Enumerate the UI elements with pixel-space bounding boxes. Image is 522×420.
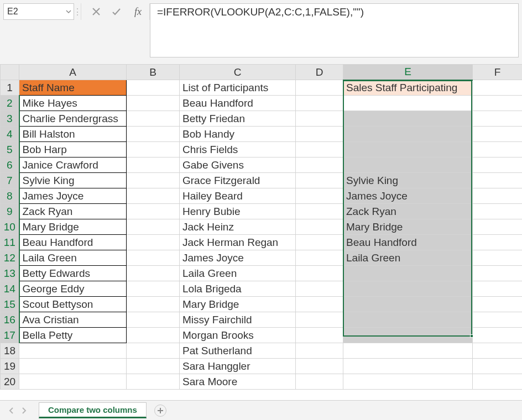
cell-A9[interactable]: Zack Ryan xyxy=(19,204,127,219)
cell[interactable] xyxy=(296,173,343,188)
row-header-5[interactable]: 5 xyxy=(1,142,19,158)
cell-E14[interactable] xyxy=(343,281,473,297)
cell-D2[interactable] xyxy=(296,96,343,111)
enter-icon[interactable] xyxy=(111,7,121,17)
row-header-1[interactable]: 1 xyxy=(1,80,19,96)
cell-C12[interactable]: James Joyce xyxy=(180,250,296,266)
cell[interactable] xyxy=(473,142,523,158)
fx-label[interactable]: fx xyxy=(131,3,150,20)
cell-A6[interactable]: Janice Crawford xyxy=(19,158,127,173)
cell[interactable] xyxy=(473,312,523,328)
cell[interactable] xyxy=(473,158,523,173)
row-header-4[interactable]: 4 xyxy=(1,127,19,142)
cell[interactable] xyxy=(127,173,180,188)
col-header-B[interactable]: B xyxy=(127,65,180,80)
cell-A2[interactable]: Mike Hayes xyxy=(19,96,127,111)
row-header-14[interactable]: 14 xyxy=(1,281,19,297)
cell-E7[interactable]: Sylvie King xyxy=(343,173,473,188)
cell-C13[interactable]: Laila Green xyxy=(180,266,296,281)
cell[interactable] xyxy=(127,235,180,250)
cell-E1[interactable]: Sales Staff Participating xyxy=(343,80,473,96)
row-header-13[interactable]: 13 xyxy=(1,266,19,281)
row-header-3[interactable]: 3 xyxy=(1,111,19,127)
cell[interactable] xyxy=(473,188,523,204)
name-box[interactable]: E2 xyxy=(3,3,74,20)
cell[interactable] xyxy=(473,359,523,374)
cell[interactable] xyxy=(296,204,343,219)
cell-C17[interactable]: Morgan Brooks xyxy=(180,328,296,343)
cell[interactable] xyxy=(296,328,343,343)
cell[interactable] xyxy=(296,127,343,142)
cell[interactable] xyxy=(127,328,180,343)
formula-input[interactable]: =IFERROR(VLOOKUP(A2,C:C,1,FALSE),"") xyxy=(150,3,519,57)
cell[interactable] xyxy=(127,266,180,281)
cell-E16[interactable] xyxy=(343,312,473,328)
cell-A3[interactable]: Charlie Pendergrass xyxy=(19,111,127,127)
cell-F1[interactable] xyxy=(473,80,523,96)
cell-B1[interactable] xyxy=(127,80,180,96)
cell[interactable] xyxy=(296,297,343,312)
cell[interactable] xyxy=(19,343,127,359)
cell-E15[interactable] xyxy=(343,297,473,312)
cell[interactable] xyxy=(19,359,127,374)
cell-A13[interactable]: Betty Edwards xyxy=(19,266,127,281)
col-header-D[interactable]: D xyxy=(296,65,343,80)
cell[interactable] xyxy=(473,173,523,188)
cell-E6[interactable] xyxy=(343,158,473,173)
cell-A10[interactable]: Mary Bridge xyxy=(19,219,127,235)
cell[interactable] xyxy=(127,343,180,359)
cell[interactable] xyxy=(127,204,180,219)
row-header-8[interactable]: 8 xyxy=(1,188,19,204)
cell-C15[interactable]: Mary Bridge xyxy=(180,297,296,312)
cell[interactable] xyxy=(473,328,523,343)
col-header-E[interactable]: E xyxy=(343,65,473,80)
cell-A5[interactable]: Bob Harp xyxy=(19,142,127,158)
cell[interactable] xyxy=(127,158,180,173)
cell-C10[interactable]: Jack Heinz xyxy=(180,219,296,235)
cell[interactable] xyxy=(296,359,343,374)
spreadsheet-grid[interactable]: A B C D E F 1 Staff Name List of Partici… xyxy=(0,64,522,400)
cell-A1[interactable]: Staff Name xyxy=(19,80,127,96)
row-header-10[interactable]: 10 xyxy=(1,219,19,235)
cell-A8[interactable]: James Joyce xyxy=(19,188,127,204)
cell-E5[interactable] xyxy=(343,142,473,158)
cell-C3[interactable]: Betty Friedan xyxy=(180,111,296,127)
name-box-dropdown-icon[interactable] xyxy=(66,9,71,14)
cell[interactable] xyxy=(296,250,343,266)
cell[interactable] xyxy=(473,374,523,390)
cell-A11[interactable]: Beau Handford xyxy=(19,235,127,250)
cancel-icon[interactable] xyxy=(91,7,101,17)
col-header-F[interactable]: F xyxy=(473,65,523,80)
cell[interactable] xyxy=(127,219,180,235)
cell[interactable] xyxy=(343,374,473,390)
cell-A4[interactable]: Bill Halston xyxy=(19,127,127,142)
cell-C6[interactable]: Gabe Givens xyxy=(180,158,296,173)
row-header-16[interactable]: 16 xyxy=(1,312,19,328)
cell-E13[interactable] xyxy=(343,266,473,281)
cell-C8[interactable]: Hailey Beard xyxy=(180,188,296,204)
cell-A16[interactable]: Ava Cristian xyxy=(19,312,127,328)
row-header-9[interactable]: 9 xyxy=(1,204,19,219)
cell-C19[interactable]: Sara Hanggler xyxy=(180,359,296,374)
cell[interactable] xyxy=(127,281,180,297)
col-header-C[interactable]: C xyxy=(180,65,296,80)
cell-B2[interactable] xyxy=(127,96,180,111)
cell[interactable] xyxy=(473,204,523,219)
cell-E9[interactable]: Zack Ryan xyxy=(343,204,473,219)
sheet-nav-prev-icon[interactable] xyxy=(8,407,15,414)
col-header-A[interactable]: A xyxy=(19,65,127,80)
row-header-15[interactable]: 15 xyxy=(1,297,19,312)
cell-C7[interactable]: Grace Fitzgerald xyxy=(180,173,296,188)
cell-C2[interactable]: Beau Handford xyxy=(180,96,296,111)
cell[interactable] xyxy=(296,235,343,250)
cell[interactable] xyxy=(473,127,523,142)
select-all-corner[interactable] xyxy=(1,65,19,80)
add-sheet-icon[interactable] xyxy=(154,405,166,417)
cell[interactable] xyxy=(127,188,180,204)
cell-E11[interactable]: Beau Handford xyxy=(343,235,473,250)
cell-E4[interactable] xyxy=(343,127,473,142)
cell-E10[interactable]: Mary Bridge xyxy=(343,219,473,235)
cell-C11[interactable]: Jack Herman Regan xyxy=(180,235,296,250)
cell-A17[interactable]: Bella Petty xyxy=(19,328,127,343)
cell-C18[interactable]: Pat Sutherland xyxy=(180,343,296,359)
